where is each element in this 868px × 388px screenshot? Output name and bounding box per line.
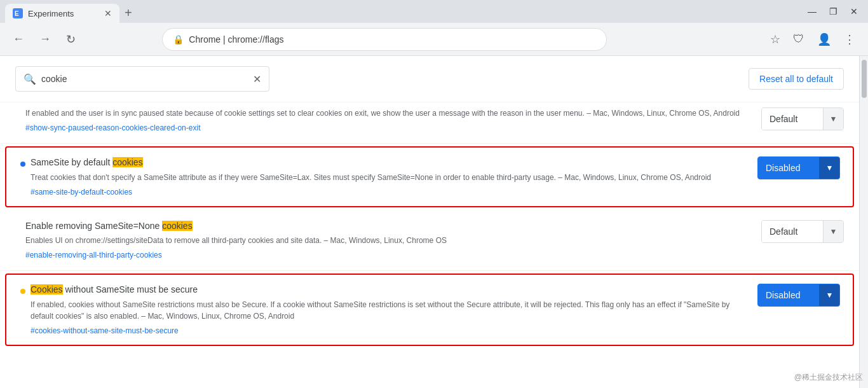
select-label-cookies-samesite-secure: Disabled — [758, 284, 819, 306]
flag-title-before-2: Enable removing SameSite=None — [25, 221, 162, 231]
security-icon: 🔒 — [173, 34, 184, 45]
flag-dot-blue — [20, 162, 25, 167]
select-label-removing-samesite-none: Default — [762, 221, 823, 242]
flag-content-cookies-samesite-secure: Cookies without SameSite must be secure … — [31, 284, 745, 336]
flag-select-cookies-samesite-secure[interactable]: Disabled ▼ — [757, 284, 840, 307]
back-button[interactable]: ← — [8, 30, 29, 48]
search-icon: 🔍 — [24, 73, 36, 85]
flag-item-removing-samesite-none: Enable removing SameSite=None cookies En… — [0, 210, 859, 272]
browser-toolbar: ← → ↻ 🔒 Chrome | chrome://flags ☆ 🛡 👤 ⋮ — [0, 23, 868, 56]
flag-title-highlight-2: cookies — [162, 221, 192, 231]
flag-content-samesite-default: SameSite by default cookies Treat cookie… — [31, 156, 745, 197]
flag-link-removing-samesite-none[interactable]: #enable-removing-all-third-party-cookies — [25, 251, 162, 260]
scrollbar-thumb[interactable] — [862, 60, 867, 98]
forward-button[interactable]: → — [34, 30, 56, 48]
tab-favicon: E — [13, 8, 23, 18]
flag-title-highlight: cookies — [112, 157, 142, 167]
partial-select-arrow[interactable]: ▼ — [823, 108, 843, 130]
flag-title-removing-samesite-none: Enable removing SameSite=None cookies — [25, 220, 749, 233]
search-input[interactable] — [41, 74, 248, 84]
flag-item-samesite-default: SameSite by default cookies Treat cookie… — [5, 146, 854, 207]
scrollbar-track[interactable] — [859, 56, 868, 388]
account-button[interactable]: 👤 — [812, 30, 836, 49]
select-label-samesite-default: Disabled — [758, 157, 819, 179]
flags-list: If enabled and the user is in sync pause… — [0, 102, 859, 388]
select-arrow-samesite-default[interactable]: ▼ — [819, 157, 839, 179]
address-separator: | — [223, 34, 228, 45]
tab-close-button[interactable]: ✕ — [104, 8, 112, 18]
maximize-button[interactable]: ❐ — [824, 4, 843, 19]
partial-flag-select[interactable]: Default ▼ — [761, 107, 844, 130]
window-controls: — ❐ ✕ — [803, 4, 863, 19]
partial-select-label: Default — [762, 108, 823, 130]
search-input-wrapper[interactable]: 🔍 ✕ — [15, 66, 269, 92]
partial-flag-link[interactable]: #show-sync-paused-reason-cookies-cleared… — [25, 123, 200, 132]
titlebar: E Experiments ✕ + — ❐ ✕ — [0, 0, 868, 23]
minimize-button[interactable]: — — [803, 4, 822, 19]
flag-select-samesite-default[interactable]: Disabled ▼ — [757, 156, 840, 179]
partial-flag-description: If enabled and the user is in sync pause… — [25, 107, 749, 119]
flag-content-removing-samesite-none: Enable removing SameSite=None cookies En… — [25, 220, 749, 261]
flag-select-removing-samesite-none[interactable]: Default ▼ — [761, 220, 844, 243]
flag-description-removing-samesite-none: Enables UI on chrome://settings/siteData… — [25, 235, 749, 246]
flag-dot-yellow — [20, 289, 25, 294]
partial-flag-control: Default ▼ — [761, 107, 844, 130]
address-path: chrome://flags — [228, 34, 284, 45]
toolbar-right-icons: ☆ 🛡 👤 ⋮ — [765, 30, 860, 49]
flag-link-cookies-samesite-secure[interactable]: #cookies-without-same-site-must-be-secur… — [31, 326, 179, 335]
shield-button[interactable]: 🛡 — [788, 30, 810, 49]
select-arrow-cookies-samesite-secure[interactable]: ▼ — [819, 284, 839, 306]
address-bar[interactable]: 🔒 Chrome | chrome://flags — [162, 28, 607, 51]
bookmark-button[interactable]: ☆ — [765, 30, 785, 49]
address-chrome-label: Chrome — [189, 34, 220, 45]
flag-control-samesite-default: Disabled ▼ — [757, 156, 840, 179]
flag-title-after-3: without SameSite must be secure — [63, 284, 198, 294]
address-text: Chrome | chrome://flags — [189, 34, 596, 45]
refresh-button[interactable]: ↻ — [61, 30, 81, 49]
flag-link-samesite-default[interactable]: #same-site-by-default-cookies — [31, 188, 132, 197]
flag-title-cookies-samesite-secure: Cookies without SameSite must be secure — [31, 284, 745, 296]
flag-title-before: SameSite by default — [31, 157, 112, 167]
svg-text:E: E — [15, 10, 19, 17]
partial-flag-item: If enabled and the user is in sync pause… — [0, 102, 859, 144]
tab-bar: E Experiments ✕ + — [5, 0, 803, 23]
flags-page: 🔍 ✕ Reset all to default If enabled and … — [0, 56, 859, 388]
flag-control-cookies-samesite-secure: Disabled ▼ — [757, 284, 840, 307]
partial-flag-content: If enabled and the user is in sync pause… — [25, 107, 749, 133]
content-area: 🔍 ✕ Reset all to default If enabled and … — [0, 56, 868, 388]
close-button[interactable]: ✕ — [845, 4, 863, 19]
flag-item-cookies-samesite-secure: Cookies without SameSite must be secure … — [5, 274, 854, 346]
flag-title-highlight-3: Cookies — [31, 284, 63, 294]
active-tab[interactable]: E Experiments ✕ — [5, 4, 119, 23]
flag-description-cookies-samesite-secure: If enabled, cookies without SameSite res… — [31, 299, 745, 322]
reset-all-button[interactable]: Reset all to default — [749, 68, 844, 90]
search-bar-area: 🔍 ✕ Reset all to default — [0, 56, 859, 102]
flag-title-samesite-default: SameSite by default cookies — [31, 156, 745, 169]
menu-button[interactable]: ⋮ — [839, 30, 860, 49]
flag-control-removing-samesite-none: Default ▼ — [761, 220, 844, 243]
clear-search-button[interactable]: ✕ — [253, 73, 261, 85]
flag-description-samesite-default: Treat cookies that don't specify a SameS… — [31, 172, 745, 183]
tab-title: Experiments — [28, 9, 99, 18]
select-arrow-removing-samesite-none[interactable]: ▼ — [823, 221, 843, 242]
new-tab-button[interactable]: + — [122, 3, 135, 23]
